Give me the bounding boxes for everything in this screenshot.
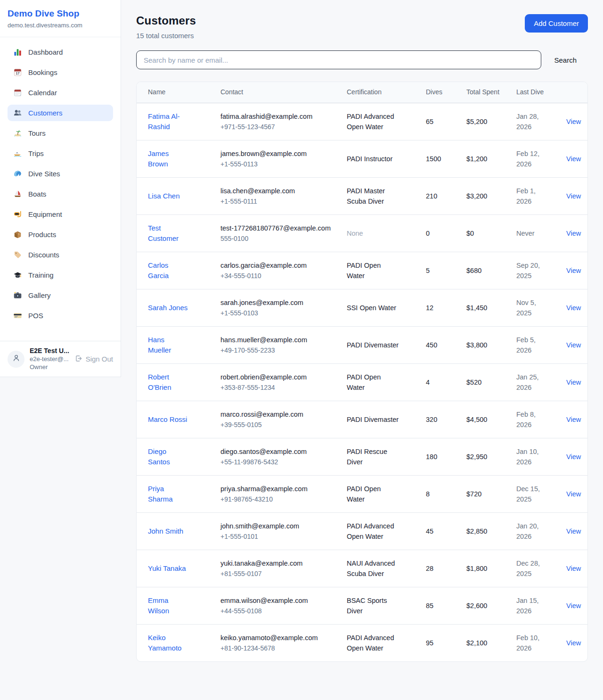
sidebar-item-label: Dashboard	[28, 48, 63, 56]
customer-email: sarah.jones@example.com	[220, 297, 332, 308]
view-customer-link[interactable]: View	[566, 416, 581, 423]
customer-phone: +81-90-1234-5678	[220, 643, 332, 653]
calendar-pad-icon	[13, 88, 22, 97]
customer-dives: 95	[426, 639, 433, 647]
table-row: Keiko Yamamotokeiko.yamamoto@example.com…	[137, 625, 587, 662]
customer-name-link[interactable]: Diego Santos	[148, 446, 189, 467]
sidebar-item-products[interactable]: Products	[8, 226, 113, 243]
sidebar-item-customers[interactable]: Customers	[8, 105, 113, 121]
customer-total-spent: $720	[466, 490, 481, 498]
customer-certification: PADI Advanced Open Water	[347, 111, 400, 132]
view-customer-link[interactable]: View	[566, 118, 581, 125]
customer-phone: +1-555-0101	[220, 531, 332, 542]
customer-name-link[interactable]: Hans Mueller	[148, 335, 189, 355]
customer-email: priya.sharma@example.com	[220, 484, 332, 494]
sidebar-item-dashboard[interactable]: Dashboard	[8, 44, 113, 60]
customer-total-spent: $520	[466, 379, 481, 386]
customer-count: 15 total customers	[136, 32, 196, 40]
customer-certification: BSAC Sports Diver	[347, 595, 400, 616]
sidebar-item-calendar[interactable]: Calendar	[8, 84, 113, 101]
customer-phone: +39-555-0105	[220, 420, 332, 430]
customer-last-dive: Jan 15, 2026	[516, 595, 546, 616]
table-row: Test Customertest-1772681807767@example.…	[137, 215, 587, 252]
customer-total-spent: $3,200	[466, 192, 487, 200]
sign-out-button[interactable]: Sign Out	[74, 354, 113, 364]
sidebar-header: Demo Dive Shop demo.test.divestreams.com	[0, 0, 121, 37]
customers-table-body: Fatima Al-Rashidfatima.alrashid@example.…	[137, 103, 587, 662]
sidebar-item-tours[interactable]: Tours	[8, 125, 113, 141]
view-customer-link[interactable]: View	[566, 602, 581, 609]
view-customer-link[interactable]: View	[566, 230, 581, 237]
user-info: E2E Test U... e2e-tester@... Owner	[30, 347, 69, 371]
customers-table: Name Contact Certification Dives Total S…	[137, 82, 587, 661]
table-row: Hans Muellerhans.mueller@example.com+49-…	[137, 327, 587, 364]
sidebar-item-bookings[interactable]: 17Bookings	[8, 64, 113, 81]
sign-out-label: Sign Out	[86, 355, 113, 363]
customer-total-spent: $2,950	[466, 453, 487, 461]
customer-total-spent: $1,800	[466, 565, 487, 572]
search-bar: Search	[136, 50, 588, 69]
customer-certification: PADI Instructor	[347, 154, 392, 164]
sidebar-item-label: Customers	[28, 109, 63, 117]
view-customer-link[interactable]: View	[566, 639, 581, 647]
camera-icon	[13, 291, 22, 300]
customer-certification: SSI Open Water	[347, 303, 396, 313]
sidebar-item-boats[interactable]: Boats	[8, 186, 113, 202]
customer-total-spent: $0	[466, 230, 474, 237]
sidebar-item-discounts[interactable]: Discounts	[8, 247, 113, 263]
customer-name-link[interactable]: James Brown	[148, 148, 189, 169]
customer-name-link[interactable]: Emma Wilson	[148, 595, 189, 616]
search-input[interactable]	[136, 50, 541, 69]
customer-dives: 45	[426, 527, 433, 535]
user-email: e2e-tester@...	[30, 355, 69, 363]
view-customer-link[interactable]: View	[566, 192, 581, 200]
customer-name-link[interactable]: Priya Sharma	[148, 484, 189, 504]
customer-name-link[interactable]: Yuki Tanaka	[148, 563, 186, 574]
customer-name-link[interactable]: Lisa Chen	[148, 191, 180, 201]
shop-name: Demo Dive Shop	[8, 8, 113, 19]
customer-dives: 0	[426, 230, 430, 237]
add-customer-button[interactable]: Add Customer	[525, 14, 588, 33]
view-customer-link[interactable]: View	[566, 527, 581, 535]
customer-total-spent: $2,850	[466, 527, 487, 535]
view-customer-link[interactable]: View	[566, 267, 581, 274]
view-customer-link[interactable]: View	[566, 379, 581, 386]
customer-last-dive: Jan 10, 2026	[516, 446, 546, 467]
view-customer-link[interactable]: View	[566, 453, 581, 461]
customers-table-card: Name Contact Certification Dives Total S…	[136, 82, 588, 662]
search-button[interactable]: Search	[541, 56, 588, 64]
customer-name-link[interactable]: Keiko Yamamoto	[148, 633, 189, 653]
view-customer-link[interactable]: View	[566, 304, 581, 312]
sidebar-item-dive-sites[interactable]: Dive Sites	[8, 165, 113, 182]
customer-name-link[interactable]: John Smith	[148, 526, 183, 536]
column-header-last-dive: Last Dive	[509, 82, 559, 103]
customer-last-dive: Feb 5, 2026	[516, 335, 546, 355]
sidebar-item-pos[interactable]: POS	[8, 307, 113, 324]
customer-name-link[interactable]: Sarah Jones	[148, 303, 187, 313]
customer-certification: PADI Open Water	[347, 484, 400, 504]
customer-certification: PADI Rescue Diver	[347, 446, 400, 467]
sidebar-item-gallery[interactable]: Gallery	[8, 287, 113, 304]
sidebar-item-label: Training	[28, 271, 54, 279]
view-customer-link[interactable]: View	[566, 155, 581, 163]
customer-last-dive: Feb 1, 2026	[516, 186, 546, 206]
customer-name-link[interactable]: Carlos Garcia	[148, 260, 189, 281]
view-customer-link[interactable]: View	[566, 565, 581, 572]
customer-name-link[interactable]: Test Customer	[148, 223, 189, 244]
customer-dives: 4	[426, 379, 430, 386]
customer-certification: PADI Divemaster	[347, 414, 399, 425]
view-customer-link[interactable]: View	[566, 341, 581, 349]
customer-phone: +1-555-0111	[220, 196, 332, 206]
diving-mask-icon	[13, 210, 22, 219]
customer-email: carlos.garcia@example.com	[220, 260, 332, 271]
customer-dives: 85	[426, 602, 433, 609]
table-row: Fatima Al-Rashidfatima.alrashid@example.…	[137, 103, 587, 140]
sidebar-item-training[interactable]: Training	[8, 267, 113, 283]
customer-name-link[interactable]: Robert O'Brien	[148, 372, 189, 393]
customer-name-link[interactable]: Fatima Al-Rashid	[148, 111, 189, 132]
sidebar-item-equipment[interactable]: Equipment	[8, 206, 113, 222]
customer-dives: 320	[426, 416, 437, 423]
sidebar-item-trips[interactable]: Trips	[8, 145, 113, 162]
view-customer-link[interactable]: View	[566, 490, 581, 498]
customer-name-link[interactable]: Marco Rossi	[148, 414, 187, 425]
